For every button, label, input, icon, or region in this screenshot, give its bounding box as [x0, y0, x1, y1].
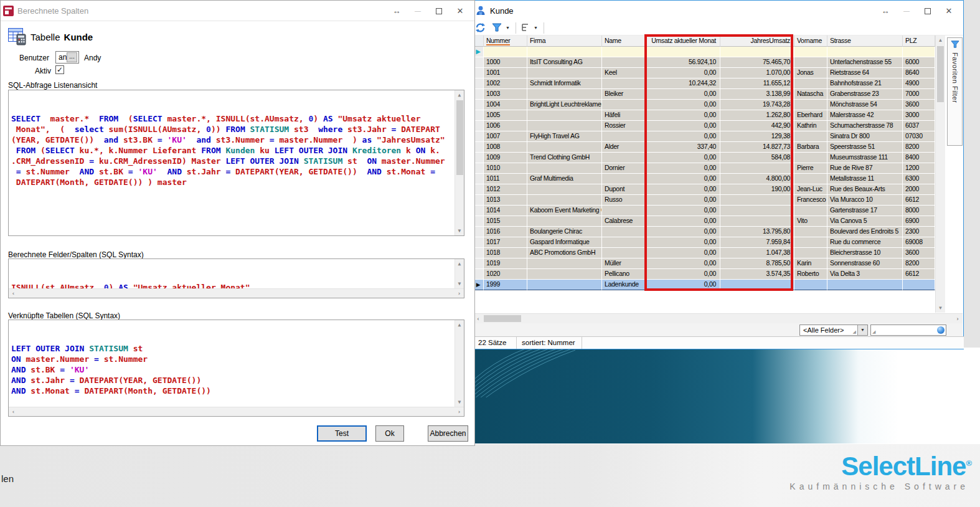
- cell[interactable]: Trend Clothing GmbH: [527, 153, 602, 163]
- sql-query-textarea[interactable]: SELECT master.* FROM (SELECT master.*, I…: [8, 90, 464, 236]
- cell[interactable]: 1017: [484, 237, 527, 248]
- table-row[interactable]: 1018ABC Promotions GmbH0,001.047,38Bleic…: [473, 248, 935, 258]
- cell[interactable]: 1018: [484, 248, 527, 258]
- table-row[interactable]: 1017Gaspard Informatique0,007.959,84Rue …: [473, 237, 935, 248]
- table-row[interactable]: 1014Kaboom Event Marketing GmbH0,00Garte…: [473, 206, 935, 216]
- cell[interactable]: 0,00: [646, 280, 720, 290]
- cell[interactable]: Unterlachenstrasse 55: [827, 57, 903, 68]
- cell[interactable]: [527, 89, 602, 100]
- favorites-filter-tab[interactable]: Favoriten Filter: [947, 37, 963, 146]
- cell[interactable]: 3600: [903, 100, 935, 110]
- cell[interactable]: 0,00: [646, 216, 720, 227]
- cell[interactable]: Bleicherstrasse 10: [827, 248, 903, 258]
- cell[interactable]: Vorname: [794, 36, 827, 47]
- cell[interactable]: Dupont: [602, 184, 646, 195]
- cell[interactable]: Boulevard des Endroits 5: [827, 227, 903, 237]
- scroll-right-icon[interactable]: ›: [953, 314, 963, 323]
- cell[interactable]: 1009: [484, 153, 527, 163]
- table-row[interactable]: 1012Dupont0,00190,00Jean-LucRue des Beau…: [473, 184, 935, 195]
- cell[interactable]: 3000: [903, 110, 935, 121]
- table-row[interactable]: 1019Müller0,008.785,50KarinSonnenstrasse…: [473, 258, 935, 269]
- fields-textarea[interactable]: ISNULL(st.AUmsatz, 0) AS "Umsatz aktuell…: [8, 258, 464, 298]
- cell[interactable]: [720, 280, 794, 290]
- cell[interactable]: 0,00: [646, 163, 720, 174]
- cell[interactable]: [794, 174, 827, 184]
- cell[interactable]: [602, 174, 646, 184]
- cell[interactable]: Rietstrasse 64: [827, 68, 903, 78]
- restore-icon[interactable]: ↔: [875, 4, 896, 19]
- cell[interactable]: [794, 280, 827, 290]
- cell[interactable]: [720, 206, 794, 216]
- cell[interactable]: Natascha: [794, 89, 827, 100]
- cell[interactable]: [602, 206, 646, 216]
- filter-dropdown-caret-icon[interactable]: ▼: [504, 26, 511, 30]
- scroll-down-icon[interactable]: ▼: [936, 303, 945, 313]
- cell[interactable]: Museumsstrasse 111: [827, 153, 903, 163]
- cell[interactable]: Francesco: [794, 195, 827, 206]
- refresh-icon[interactable]: [475, 22, 486, 33]
- cell[interactable]: [602, 153, 646, 163]
- aktiv-checkbox[interactable]: ✓: [55, 65, 64, 74]
- cell[interactable]: Jean-Luc: [794, 184, 827, 195]
- cell[interactable]: Kaboom Event Marketing GmbH: [527, 206, 602, 216]
- cell[interactable]: 0,00: [646, 206, 720, 216]
- cell[interactable]: 56.924,10: [646, 57, 720, 68]
- cell[interactable]: Sonnenstrasse 60: [827, 258, 903, 269]
- cell[interactable]: [794, 100, 827, 110]
- scrollbar-thumb[interactable]: [456, 100, 463, 175]
- cell[interactable]: [484, 47, 527, 57]
- cell[interactable]: 1200: [903, 163, 935, 174]
- cell[interactable]: Calabrese: [602, 216, 646, 227]
- cell[interactable]: [903, 47, 935, 57]
- table-row[interactable]: 1005Häfeli0,001.262,80EberhardMalerstras…: [473, 110, 935, 121]
- cell[interactable]: [527, 163, 602, 174]
- cell[interactable]: [602, 47, 646, 57]
- grid-vertical-scrollbar[interactable]: ▲ ▼: [935, 36, 945, 313]
- cell[interactable]: 8640: [903, 68, 935, 78]
- cell[interactable]: Karin: [794, 258, 827, 269]
- cell[interactable]: 1.070,00: [720, 68, 794, 78]
- browse-button[interactable]: ...: [67, 52, 77, 62]
- cell[interactable]: Barbara: [794, 142, 827, 153]
- cell[interactable]: [527, 258, 602, 269]
- cell[interactable]: 0,00: [646, 269, 720, 280]
- cell[interactable]: PLZ: [903, 36, 935, 47]
- hierarchy-icon[interactable]: [521, 23, 530, 32]
- cell[interactable]: 3.138,99: [720, 89, 794, 100]
- cell[interactable]: Metallstrasse 11: [827, 174, 903, 184]
- cell[interactable]: 1019: [484, 258, 527, 269]
- cell[interactable]: Speerstrasse 51: [827, 142, 903, 153]
- cell[interactable]: 3600: [903, 248, 935, 258]
- cell[interactable]: [602, 227, 646, 237]
- filter-icon[interactable]: [492, 23, 502, 32]
- table-row[interactable]: 1006Rossier0,00442,90KathrinSchumacherst…: [473, 121, 935, 131]
- cell[interactable]: 1010: [484, 163, 527, 174]
- cell[interactable]: 1.262,80: [720, 110, 794, 121]
- cell[interactable]: 1013: [484, 195, 527, 206]
- hierarchy-dropdown-caret-icon[interactable]: ▼: [532, 26, 539, 30]
- cell[interactable]: 0,00: [646, 248, 720, 258]
- cell[interactable]: [720, 163, 794, 174]
- cell[interactable]: [827, 280, 903, 290]
- cell[interactable]: 1011: [484, 174, 527, 184]
- cell[interactable]: JahresUmsatz: [720, 36, 794, 47]
- cell[interactable]: 0,00: [646, 237, 720, 248]
- cell[interactable]: 69008: [903, 237, 935, 248]
- cell[interactable]: [903, 280, 935, 290]
- table-row[interactable]: 1013Russo0,00FrancescoVia Muracco 106612: [473, 195, 935, 206]
- cell[interactable]: Rue de Rive 87: [827, 163, 903, 174]
- ok-button[interactable]: Ok: [375, 425, 404, 442]
- restore-icon[interactable]: ↔: [386, 4, 407, 19]
- cell[interactable]: [794, 131, 827, 142]
- cell[interactable]: Pierre: [794, 163, 827, 174]
- table-row[interactable]: ▶1999Ladenkunde0,00: [473, 280, 935, 290]
- cell[interactable]: [794, 237, 827, 248]
- cell[interactable]: Via Muracco 10: [827, 195, 903, 206]
- cell[interactable]: ItsIT Consulting AG: [527, 57, 602, 68]
- cell[interactable]: 0,00: [646, 227, 720, 237]
- cell[interactable]: Sinatra Dr 800: [827, 131, 903, 142]
- cell[interactable]: 442,90: [720, 121, 794, 131]
- scroll-down-icon[interactable]: ▼: [455, 397, 464, 407]
- table-row[interactable]: 1016Boulangerie Chirac0,0013.795,80Boule…: [473, 227, 935, 237]
- table-row[interactable]: 1007FlyHigh Travel AG0,00129,38Sinatra D…: [473, 131, 935, 142]
